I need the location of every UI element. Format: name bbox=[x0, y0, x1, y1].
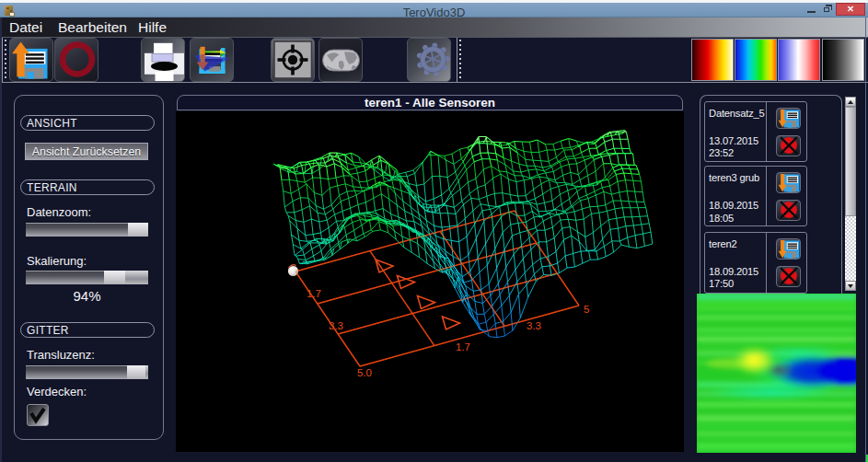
svg-text:5: 5 bbox=[584, 304, 589, 315]
svg-text:3.3: 3.3 bbox=[527, 320, 541, 331]
svg-text:1.7: 1.7 bbox=[456, 341, 470, 352]
svg-text:5.0: 5.0 bbox=[357, 367, 372, 378]
svg-text:1.7: 1.7 bbox=[307, 288, 321, 299]
svg-text:3.3: 3.3 bbox=[329, 320, 343, 331]
